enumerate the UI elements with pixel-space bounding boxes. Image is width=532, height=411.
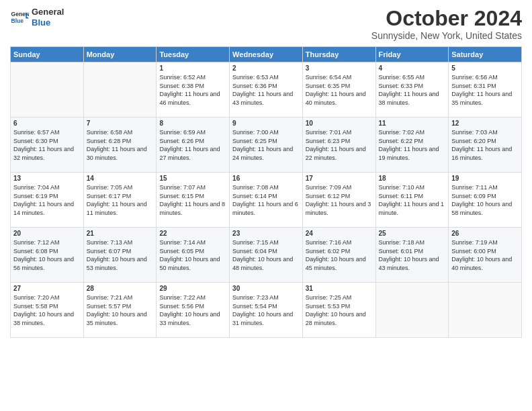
calendar-cell: 26Sunrise: 7:19 AM Sunset: 6:00 PM Dayli… bbox=[449, 228, 522, 283]
day-info: Sunrise: 6:53 AM Sunset: 6:36 PM Dayligh… bbox=[232, 73, 300, 107]
day-number: 22 bbox=[159, 230, 226, 237]
calendar-cell: 9Sunrise: 7:00 AM Sunset: 6:25 PM Daylig… bbox=[230, 118, 303, 173]
day-number: 25 bbox=[379, 230, 446, 237]
calendar-cell: 2Sunrise: 6:53 AM Sunset: 6:36 PM Daylig… bbox=[230, 62, 303, 118]
weekday-header-friday: Friday bbox=[375, 47, 449, 62]
day-info: Sunrise: 7:02 AM Sunset: 6:22 PM Dayligh… bbox=[379, 128, 446, 162]
day-info: Sunrise: 7:08 AM Sunset: 6:14 PM Dayligh… bbox=[232, 183, 300, 217]
day-number: 1 bbox=[159, 64, 226, 72]
day-info: Sunrise: 6:52 AM Sunset: 6:38 PM Dayligh… bbox=[159, 73, 226, 107]
calendar-cell: 14Sunrise: 7:05 AM Sunset: 6:17 PM Dayli… bbox=[83, 173, 157, 228]
calendar-cell: 12Sunrise: 7:03 AM Sunset: 6:20 PM Dayli… bbox=[449, 118, 522, 173]
calendar-cell: 19Sunrise: 7:11 AM Sunset: 6:09 PM Dayli… bbox=[449, 173, 522, 228]
calendar-cell: 25Sunrise: 7:18 AM Sunset: 6:01 PM Dayli… bbox=[375, 228, 449, 283]
calendar-cell: 11Sunrise: 7:02 AM Sunset: 6:22 PM Dayli… bbox=[375, 118, 449, 173]
day-info: Sunrise: 6:56 AM Sunset: 6:31 PM Dayligh… bbox=[451, 73, 519, 107]
day-info: Sunrise: 7:01 AM Sunset: 6:23 PM Dayligh… bbox=[306, 128, 373, 162]
calendar-cell: 30Sunrise: 7:23 AM Sunset: 5:54 PM Dayli… bbox=[230, 283, 303, 338]
day-number: 15 bbox=[159, 175, 226, 182]
day-number: 27 bbox=[13, 285, 81, 292]
day-number: 5 bbox=[451, 64, 519, 72]
day-number: 7 bbox=[87, 120, 154, 127]
day-number: 2 bbox=[232, 64, 300, 72]
calendar-cell: 27Sunrise: 7:20 AM Sunset: 5:58 PM Dayli… bbox=[11, 283, 84, 338]
weekday-header-thursday: Thursday bbox=[302, 47, 375, 62]
day-number: 26 bbox=[451, 230, 519, 237]
calendar-cell bbox=[83, 62, 157, 118]
day-number: 8 bbox=[159, 120, 226, 127]
day-number: 14 bbox=[87, 175, 154, 182]
day-number: 13 bbox=[13, 175, 81, 182]
day-number: 29 bbox=[159, 285, 226, 292]
day-info: Sunrise: 7:05 AM Sunset: 6:17 PM Dayligh… bbox=[87, 183, 154, 217]
day-info: Sunrise: 7:11 AM Sunset: 6:09 PM Dayligh… bbox=[451, 183, 519, 217]
day-info: Sunrise: 6:59 AM Sunset: 6:26 PM Dayligh… bbox=[159, 128, 226, 162]
day-info: Sunrise: 7:07 AM Sunset: 6:15 PM Dayligh… bbox=[159, 183, 226, 217]
day-info: Sunrise: 7:15 AM Sunset: 6:04 PM Dayligh… bbox=[232, 238, 300, 272]
day-info: Sunrise: 7:21 AM Sunset: 5:57 PM Dayligh… bbox=[87, 293, 154, 327]
day-number: 16 bbox=[232, 175, 300, 182]
calendar-week-row: 13Sunrise: 7:04 AM Sunset: 6:19 PM Dayli… bbox=[11, 173, 522, 228]
calendar-week-row: 6Sunrise: 6:57 AM Sunset: 6:30 PM Daylig… bbox=[11, 118, 522, 173]
calendar-week-row: 20Sunrise: 7:12 AM Sunset: 6:08 PM Dayli… bbox=[11, 228, 522, 283]
calendar-cell: 24Sunrise: 7:16 AM Sunset: 6:02 PM Dayli… bbox=[302, 228, 375, 283]
day-info: Sunrise: 7:25 AM Sunset: 5:53 PM Dayligh… bbox=[306, 293, 373, 327]
day-number: 24 bbox=[306, 230, 373, 237]
calendar-header-row: SundayMondayTuesdayWednesdayThursdayFrid… bbox=[11, 47, 522, 62]
day-info: Sunrise: 7:14 AM Sunset: 6:05 PM Dayligh… bbox=[159, 238, 226, 272]
day-number: 21 bbox=[87, 230, 154, 237]
weekday-header-wednesday: Wednesday bbox=[230, 47, 303, 62]
calendar-cell: 21Sunrise: 7:13 AM Sunset: 6:07 PM Dayli… bbox=[83, 228, 157, 283]
day-info: Sunrise: 7:23 AM Sunset: 5:54 PM Dayligh… bbox=[232, 293, 300, 327]
calendar-cell bbox=[11, 62, 84, 118]
calendar-cell: 10Sunrise: 7:01 AM Sunset: 6:23 PM Dayli… bbox=[302, 118, 375, 173]
day-info: Sunrise: 7:09 AM Sunset: 6:12 PM Dayligh… bbox=[306, 183, 373, 217]
day-number: 6 bbox=[13, 120, 81, 127]
calendar-cell: 6Sunrise: 6:57 AM Sunset: 6:30 PM Daylig… bbox=[11, 118, 84, 173]
day-info: Sunrise: 7:18 AM Sunset: 6:01 PM Dayligh… bbox=[379, 238, 446, 272]
day-number: 28 bbox=[87, 285, 154, 292]
calendar-cell: 7Sunrise: 6:58 AM Sunset: 6:28 PM Daylig… bbox=[83, 118, 157, 173]
calendar-cell: 15Sunrise: 7:07 AM Sunset: 6:15 PM Dayli… bbox=[157, 173, 230, 228]
calendar-table: SundayMondayTuesdayWednesdayThursdayFrid… bbox=[10, 46, 522, 338]
calendar-week-row: 27Sunrise: 7:20 AM Sunset: 5:58 PM Dayli… bbox=[11, 283, 522, 338]
day-info: Sunrise: 7:03 AM Sunset: 6:20 PM Dayligh… bbox=[451, 128, 519, 162]
calendar-cell: 31Sunrise: 7:25 AM Sunset: 5:53 PM Dayli… bbox=[302, 283, 375, 338]
day-info: Sunrise: 7:16 AM Sunset: 6:02 PM Dayligh… bbox=[306, 238, 373, 272]
day-info: Sunrise: 6:55 AM Sunset: 6:33 PM Dayligh… bbox=[379, 73, 446, 107]
title-section: October 2024 Sunnyside, New York, United… bbox=[371, 7, 522, 41]
day-number: 23 bbox=[232, 230, 300, 237]
day-number: 10 bbox=[306, 120, 373, 127]
calendar-cell bbox=[449, 283, 522, 338]
calendar-cell: 20Sunrise: 7:12 AM Sunset: 6:08 PM Dayli… bbox=[11, 228, 84, 283]
calendar-cell: 5Sunrise: 6:56 AM Sunset: 6:31 PM Daylig… bbox=[449, 62, 522, 118]
day-info: Sunrise: 7:00 AM Sunset: 6:25 PM Dayligh… bbox=[232, 128, 300, 162]
calendar-cell: 16Sunrise: 7:08 AM Sunset: 6:14 PM Dayli… bbox=[230, 173, 303, 228]
day-info: Sunrise: 6:54 AM Sunset: 6:35 PM Dayligh… bbox=[306, 73, 373, 107]
day-info: Sunrise: 6:58 AM Sunset: 6:28 PM Dayligh… bbox=[87, 128, 154, 162]
logo-icon: General Blue bbox=[10, 8, 29, 27]
weekday-header-sunday: Sunday bbox=[11, 47, 84, 62]
day-info: Sunrise: 7:10 AM Sunset: 6:11 PM Dayligh… bbox=[379, 183, 446, 217]
calendar-cell: 28Sunrise: 7:21 AM Sunset: 5:57 PM Dayli… bbox=[83, 283, 157, 338]
calendar-cell: 13Sunrise: 7:04 AM Sunset: 6:19 PM Dayli… bbox=[11, 173, 84, 228]
day-number: 12 bbox=[451, 120, 519, 127]
calendar-cell: 29Sunrise: 7:22 AM Sunset: 5:56 PM Dayli… bbox=[157, 283, 230, 338]
day-info: Sunrise: 7:04 AM Sunset: 6:19 PM Dayligh… bbox=[13, 183, 81, 217]
day-info: Sunrise: 7:12 AM Sunset: 6:08 PM Dayligh… bbox=[13, 238, 81, 272]
day-info: Sunrise: 6:57 AM Sunset: 6:30 PM Dayligh… bbox=[13, 128, 81, 162]
day-number: 9 bbox=[232, 120, 300, 127]
svg-text:Blue: Blue bbox=[11, 17, 24, 24]
calendar-cell: 18Sunrise: 7:10 AM Sunset: 6:11 PM Dayli… bbox=[375, 173, 449, 228]
day-number: 19 bbox=[451, 175, 519, 182]
logo-general: General bbox=[32, 7, 64, 17]
day-number: 31 bbox=[306, 285, 373, 292]
month-title: October 2024 bbox=[371, 7, 522, 30]
calendar-cell: 4Sunrise: 6:55 AM Sunset: 6:33 PM Daylig… bbox=[375, 62, 449, 118]
calendar-body: 1Sunrise: 6:52 AM Sunset: 6:38 PM Daylig… bbox=[11, 62, 522, 338]
calendar-cell: 22Sunrise: 7:14 AM Sunset: 6:05 PM Dayli… bbox=[157, 228, 230, 283]
weekday-header-saturday: Saturday bbox=[449, 47, 522, 62]
calendar-cell bbox=[375, 283, 449, 338]
calendar-cell: 23Sunrise: 7:15 AM Sunset: 6:04 PM Dayli… bbox=[230, 228, 303, 283]
day-number: 20 bbox=[13, 230, 81, 237]
